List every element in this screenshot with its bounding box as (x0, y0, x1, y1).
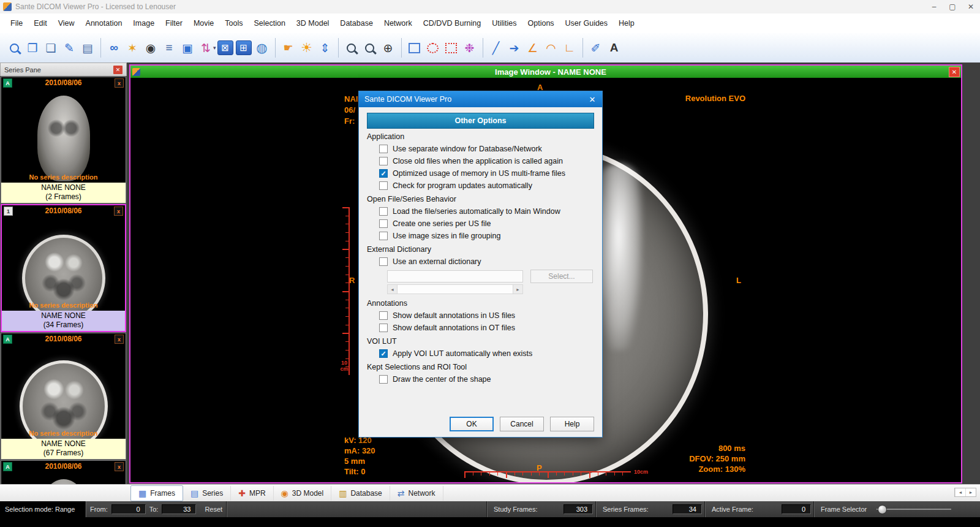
scrollbar-thumb[interactable] (397, 285, 513, 294)
menu-item-filter[interactable]: Filter (160, 16, 188, 31)
tab-series[interactable]: ▤ Series (183, 486, 231, 501)
checkbox-row-annotations-ot[interactable]: Show default annotations in OT files (379, 324, 594, 332)
image-window-close-icon[interactable]: ✕ (949, 67, 960, 77)
checkbox[interactable] (379, 324, 388, 332)
edit-dicom-header-icon[interactable]: ✎ (60, 39, 78, 57)
sphere-3d-icon[interactable]: ◍ (253, 39, 271, 57)
text-annotation-icon[interactable]: A (605, 39, 624, 57)
checkbox[interactable] (379, 145, 388, 153)
palette-icon[interactable]: ❉ (461, 39, 479, 57)
zoom-in-icon[interactable]: ⊕ (379, 39, 398, 57)
dialog-titlebar[interactable]: Sante DICOM Viewer Pro ✕ (359, 91, 602, 107)
menu-item-edit[interactable]: Edit (28, 16, 53, 31)
checkbox-row-load-automatically[interactable]: Load the file/series automatically to Ma… (379, 207, 594, 216)
image-window-titlebar[interactable]: Image Window - NAME NONE ✕ (130, 66, 961, 78)
ellipse-roi-icon[interactable] (424, 39, 442, 57)
checkbox-row-separate-window[interactable]: Use separate window for Database/Network (379, 145, 594, 153)
unlink-series-icon[interactable]: ✶ (123, 39, 141, 57)
checkbox[interactable] (379, 232, 388, 240)
scroll-right-icon[interactable]: ► (513, 285, 522, 294)
scroll-left-icon[interactable]: ◄ (388, 285, 397, 294)
menu-item-user-guides[interactable]: User Guides (560, 16, 613, 31)
menu-item-3d-model[interactable]: 3D Model (291, 16, 335, 31)
minimize-icon[interactable]: – (925, 0, 943, 13)
series-close-icon[interactable]: x (115, 78, 124, 88)
checkbox[interactable] (379, 349, 388, 358)
checkbox-row-check-updates[interactable]: Check for program updates automatically (379, 181, 594, 190)
rect-selection-icon[interactable] (405, 39, 424, 57)
dialog-close-icon[interactable]: ✕ (582, 91, 602, 107)
pencil-annotation-icon[interactable]: ✐ (587, 39, 605, 57)
to-value-field[interactable]: 33 (162, 504, 196, 514)
menu-item-file[interactable]: File (5, 16, 28, 31)
maximize-icon[interactable]: ▢ (943, 0, 962, 13)
menu-item-annotation[interactable]: Annotation (80, 16, 128, 31)
menu-item-options[interactable]: Options (522, 16, 560, 31)
browse-frames-icon[interactable]: ⇕ (316, 39, 334, 57)
angle-measure-icon[interactable]: ∠ (524, 39, 542, 57)
checkbox[interactable] (379, 181, 388, 190)
tab-3d-model[interactable]: ◉ 3D Model (274, 486, 332, 501)
series-close-icon[interactable]: x (114, 207, 123, 216)
scroll-right-icon[interactable]: ► (965, 488, 976, 496)
magnify-region-icon[interactable] (361, 39, 379, 57)
menu-item-network[interactable]: Network (379, 16, 418, 31)
checkbox[interactable] (379, 311, 388, 320)
dictionary-path-scrollbar[interactable]: ◄ ► (387, 284, 523, 294)
fit-to-window-icon[interactable]: ⊞ (235, 39, 253, 57)
series-item-1[interactable]: 2010/08/06 A x No series description NAM… (1, 77, 126, 203)
window-level-icon[interactable]: ☀ (298, 39, 316, 57)
checkbox[interactable] (379, 157, 388, 165)
menu-item-database[interactable]: Database (334, 16, 379, 31)
cobb-angle-icon[interactable]: ∟ (560, 39, 579, 57)
preview-image-icon[interactable] (5, 39, 23, 57)
image-window-system-icon[interactable] (132, 68, 140, 76)
tab-network[interactable]: ⇄ Network (390, 486, 443, 501)
checkbox-row-annotations-us[interactable]: Show default annotations in US files (379, 311, 594, 320)
link-series-icon[interactable]: ∞ (105, 39, 123, 57)
help-button[interactable]: Help (550, 417, 594, 431)
fit-to-image-icon[interactable]: ⊠ (216, 39, 235, 57)
curve-annotation-icon[interactable]: ◠ (542, 39, 560, 57)
paste-image-icon[interactable]: ▤ (78, 39, 97, 57)
open-image-icon[interactable]: ❐ (23, 39, 42, 57)
dictionary-path-input[interactable] (387, 270, 523, 282)
tab-scrollbar[interactable]: ◄ ► (954, 488, 976, 497)
slider-track[interactable] (876, 509, 951, 510)
checkbox-row-draw-center[interactable]: Draw the center of the shape (379, 375, 594, 384)
show-overlay-icon[interactable]: ◉ (141, 39, 160, 57)
series-item-3[interactable]: 2010/08/06 A x No series description NAM… (1, 333, 126, 460)
pan-tool-icon[interactable]: ☛ (279, 39, 298, 57)
tab-database[interactable]: ▥ Database (331, 486, 390, 501)
frame-selector-slider[interactable] (876, 504, 951, 514)
checkbox-row-close-old-files[interactable]: Close old files when the application is … (379, 157, 594, 165)
other-options-button[interactable]: Other Options (367, 113, 594, 129)
rect-roi-icon[interactable] (442, 39, 461, 57)
menu-item-utilities[interactable]: Utilities (486, 16, 522, 31)
checkbox-row-image-sizes-grouping[interactable]: Use image sizes in file grouping (379, 232, 594, 240)
checkbox[interactable] (379, 169, 388, 178)
series-close-icon[interactable]: x (115, 462, 124, 471)
close-icon[interactable]: ✕ (962, 0, 980, 13)
sort-dropdown-arrow-icon[interactable]: ▾ (213, 45, 216, 51)
series-item-2-selected[interactable]: 2010/08/06 1 x No series description NAM… (1, 204, 126, 332)
sort-frames-icon[interactable]: ⇅ (197, 39, 215, 57)
menu-item-image[interactable]: Image (127, 16, 160, 31)
reference-image-icon[interactable]: ▣ (178, 39, 197, 57)
slider-thumb[interactable] (878, 505, 887, 514)
cancel-button[interactable]: Cancel (500, 417, 544, 431)
series-close-icon[interactable]: x (115, 335, 124, 344)
stack-mode-icon[interactable]: ≡ (160, 39, 178, 57)
from-value-field[interactable]: 0 (111, 504, 146, 514)
series-item-4-partial[interactable]: 2010/08/06 A x (1, 460, 126, 484)
tab-frames[interactable]: ▦ Frames (130, 485, 183, 501)
series-pane-close-icon[interactable]: ✕ (113, 66, 123, 74)
checkbox-row-optimized-memory[interactable]: Optimized usage of memory in US multi-fr… (379, 169, 594, 178)
checkbox-row-external-dictionary[interactable]: Use an external dictionary (379, 257, 594, 266)
checkbox-row-apply-voi-lut[interactable]: Apply VOI LUT automatically when exists (379, 349, 594, 358)
reset-button[interactable]: Reset (205, 506, 222, 513)
ok-button[interactable]: OK (450, 417, 494, 431)
menu-item-tools[interactable]: Tools (219, 16, 248, 31)
tab-mpr[interactable]: ✚ MPR (231, 486, 273, 501)
scroll-left-icon[interactable]: ◄ (955, 488, 965, 496)
